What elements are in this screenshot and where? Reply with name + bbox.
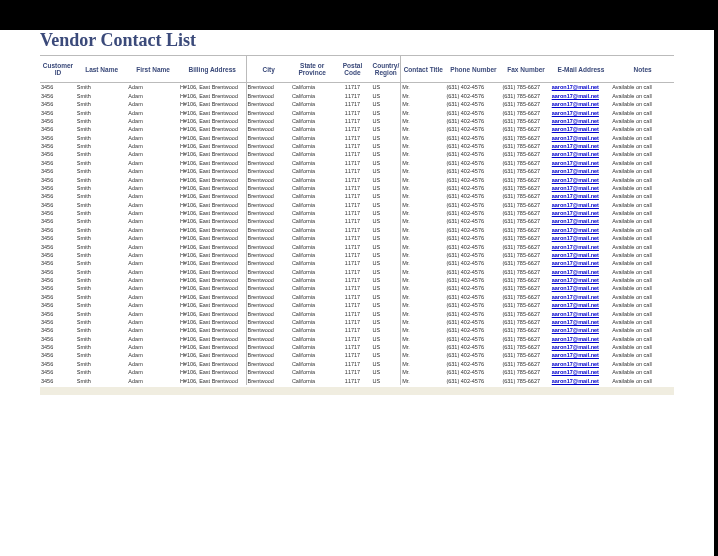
cell-last: Smith xyxy=(76,376,128,384)
cell-fax: (631) 785-6627 xyxy=(501,125,550,133)
cell-addr: H#106, East Brentwood xyxy=(179,351,246,359)
cell-fax: (631) 785-6627 xyxy=(501,259,550,267)
table-row: 3456SmithAdamH#106, East BrentwoodBrentw… xyxy=(40,326,674,334)
cell-country: US xyxy=(372,251,401,259)
table-header: Customer IDLast NameFirst NameBilling Ad… xyxy=(40,56,674,83)
vendor-table: Customer IDLast NameFirst NameBilling Ad… xyxy=(40,56,674,385)
cell-last: Smith xyxy=(76,175,128,183)
cell-notes: Available on call xyxy=(611,142,674,150)
cell-city: Brentwood xyxy=(246,326,291,334)
cell-email: aaron17@mail.net xyxy=(551,83,611,92)
cell-first: Adam xyxy=(127,301,179,309)
cell-state: California xyxy=(291,360,334,368)
cell-postal: 11717 xyxy=(333,159,371,167)
table-row: 3456SmithAdamH#106, East BrentwoodBrentw… xyxy=(40,268,674,276)
cell-state: California xyxy=(291,293,334,301)
col-header-last: Last Name xyxy=(76,56,128,83)
cell-id: 3456 xyxy=(40,351,76,359)
cell-email: aaron17@mail.net xyxy=(551,293,611,301)
cell-email: aaron17@mail.net xyxy=(551,326,611,334)
table-row: 3456SmithAdamH#106, East BrentwoodBrentw… xyxy=(40,134,674,142)
cell-ctitle: Mr. xyxy=(401,117,446,125)
col-header-email: E-Mail Address xyxy=(551,56,611,83)
cell-country: US xyxy=(372,83,401,92)
cell-ctitle: Mr. xyxy=(401,376,446,384)
cell-phone: (631) 402-4576 xyxy=(445,335,501,343)
cell-country: US xyxy=(372,175,401,183)
cell-city: Brentwood xyxy=(246,100,291,108)
cell-email: aaron17@mail.net xyxy=(551,351,611,359)
table-row: 3456SmithAdamH#106, East BrentwoodBrentw… xyxy=(40,343,674,351)
cell-addr: H#106, East Brentwood xyxy=(179,125,246,133)
cell-country: US xyxy=(372,92,401,100)
table-row: 3456SmithAdamH#106, East BrentwoodBrentw… xyxy=(40,159,674,167)
cell-last: Smith xyxy=(76,201,128,209)
cell-state: California xyxy=(291,134,334,142)
cell-fax: (631) 785-6627 xyxy=(501,209,550,217)
cell-notes: Available on call xyxy=(611,209,674,217)
col-header-addr: Billing Address xyxy=(179,56,246,83)
cell-postal: 11717 xyxy=(333,167,371,175)
cell-last: Smith xyxy=(76,268,128,276)
cell-notes: Available on call xyxy=(611,309,674,317)
cell-phone: (631) 402-4576 xyxy=(445,326,501,334)
cell-notes: Available on call xyxy=(611,242,674,250)
cell-postal: 11717 xyxy=(333,242,371,250)
cell-city: Brentwood xyxy=(246,142,291,150)
cell-ctitle: Mr. xyxy=(401,293,446,301)
cell-postal: 11717 xyxy=(333,335,371,343)
cell-first: Adam xyxy=(127,175,179,183)
cell-phone: (631) 402-4576 xyxy=(445,259,501,267)
cell-state: California xyxy=(291,226,334,234)
cell-city: Brentwood xyxy=(246,217,291,225)
cell-state: California xyxy=(291,268,334,276)
cell-country: US xyxy=(372,134,401,142)
cell-city: Brentwood xyxy=(246,309,291,317)
cell-city: Brentwood xyxy=(246,92,291,100)
cell-last: Smith xyxy=(76,251,128,259)
cell-state: California xyxy=(291,117,334,125)
cell-city: Brentwood xyxy=(246,150,291,158)
table-row: 3456SmithAdamH#106, East BrentwoodBrentw… xyxy=(40,108,674,116)
cell-id: 3456 xyxy=(40,125,76,133)
cell-fax: (631) 785-6627 xyxy=(501,217,550,225)
cell-city: Brentwood xyxy=(246,192,291,200)
cell-addr: H#106, East Brentwood xyxy=(179,184,246,192)
cell-postal: 11717 xyxy=(333,184,371,192)
cell-fax: (631) 785-6627 xyxy=(501,268,550,276)
cell-postal: 11717 xyxy=(333,284,371,292)
cell-notes: Available on call xyxy=(611,100,674,108)
cell-country: US xyxy=(372,142,401,150)
cell-addr: H#106, East Brentwood xyxy=(179,301,246,309)
cell-notes: Available on call xyxy=(611,217,674,225)
cell-first: Adam xyxy=(127,159,179,167)
table-body: 3456SmithAdamH#106, East BrentwoodBrentw… xyxy=(40,83,674,385)
cell-addr: H#106, East Brentwood xyxy=(179,343,246,351)
cell-notes: Available on call xyxy=(611,276,674,284)
cell-first: Adam xyxy=(127,326,179,334)
cell-country: US xyxy=(372,192,401,200)
cell-fax: (631) 785-6627 xyxy=(501,159,550,167)
table-row: 3456SmithAdamH#106, East BrentwoodBrentw… xyxy=(40,242,674,250)
cell-addr: H#106, East Brentwood xyxy=(179,293,246,301)
cell-city: Brentwood xyxy=(246,167,291,175)
cell-country: US xyxy=(372,376,401,384)
cell-fax: (631) 785-6627 xyxy=(501,251,550,259)
cell-email: aaron17@mail.net xyxy=(551,150,611,158)
cell-id: 3456 xyxy=(40,326,76,334)
cell-phone: (631) 402-4576 xyxy=(445,276,501,284)
cell-id: 3456 xyxy=(40,92,76,100)
cell-state: California xyxy=(291,284,334,292)
cell-notes: Available on call xyxy=(611,251,674,259)
table-row: 3456SmithAdamH#106, East BrentwoodBrentw… xyxy=(40,234,674,242)
cell-country: US xyxy=(372,335,401,343)
cell-phone: (631) 402-4576 xyxy=(445,209,501,217)
cell-postal: 11717 xyxy=(333,209,371,217)
cell-city: Brentwood xyxy=(246,184,291,192)
cell-addr: H#106, East Brentwood xyxy=(179,259,246,267)
cell-fax: (631) 785-6627 xyxy=(501,184,550,192)
cell-fax: (631) 785-6627 xyxy=(501,150,550,158)
cell-ctitle: Mr. xyxy=(401,100,446,108)
table-row: 3456SmithAdamH#106, East BrentwoodBrentw… xyxy=(40,217,674,225)
cell-country: US xyxy=(372,242,401,250)
